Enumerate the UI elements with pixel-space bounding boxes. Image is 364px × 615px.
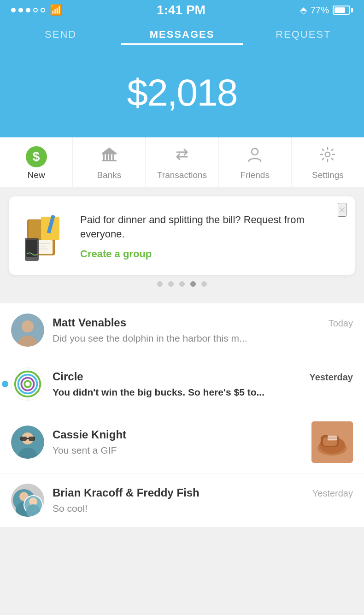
message-preview-circle: You didn't win the big bucks. So here's … <box>53 387 353 398</box>
message-name-matt: Matt Venables <box>53 316 126 329</box>
messages-list: Matt Venables Today Did you see the dolp… <box>0 303 364 527</box>
bluetooth-icon: ⬘ <box>300 5 307 16</box>
nav-item-settings[interactable]: Settings <box>292 137 364 187</box>
svg-rect-1 <box>103 154 105 160</box>
dot-2[interactable] <box>168 281 174 287</box>
thumb-image-cassie <box>311 421 353 463</box>
balance-amount: $2,018 <box>9 71 355 114</box>
signal-dot-2 <box>18 8 23 12</box>
message-preview-cassie: You sent a GIF <box>53 445 303 456</box>
svg-point-23 <box>12 368 44 400</box>
message-body-matt: Matt Venables Today Did you see the dolp… <box>53 316 353 344</box>
friends-icon <box>246 146 264 167</box>
carousel-dots <box>9 275 355 290</box>
message-preview-brian: So cool! <box>53 503 353 514</box>
message-body-cassie: Cassie Knight You sent a GIF <box>53 428 303 456</box>
status-left: 📶 <box>11 4 62 16</box>
nav-label-friends: Friends <box>241 170 270 180</box>
message-preview-matt: Did you see the dolphin in the harbor th… <box>53 333 353 344</box>
nav-label-new: New <box>28 170 45 180</box>
avatar-brian <box>11 484 44 517</box>
promo-wrapper: × <box>0 196 364 299</box>
status-time: 1:41 PM <box>157 3 205 18</box>
messages-tab[interactable]: MESSAGES <box>121 24 242 45</box>
promo-card: × <box>9 196 355 275</box>
svg-rect-5 <box>102 160 117 161</box>
promo-close-button[interactable]: × <box>338 203 346 217</box>
message-item-circle[interactable]: Circle Yesterday You didn't win the big … <box>0 357 364 411</box>
svg-point-7 <box>252 148 258 155</box>
signal-dot-4 <box>33 8 38 12</box>
main-content: × <box>0 187 364 537</box>
message-body-circle: Circle Yesterday You didn't win the big … <box>53 370 353 398</box>
message-name-circle: Circle <box>53 370 83 383</box>
wifi-icon: 📶 <box>50 4 62 16</box>
avatar-wrap-cassie <box>11 426 44 459</box>
avatar-matt <box>11 313 44 347</box>
send-tab[interactable]: SEND <box>0 24 121 45</box>
nav-label-banks: Banks <box>97 170 121 180</box>
battery-percent: 77% <box>311 5 329 16</box>
create-group-link[interactable]: Create a group <box>80 248 344 260</box>
status-right: ⬘ 77% <box>300 5 353 16</box>
dot-3[interactable] <box>179 281 185 287</box>
svg-rect-2 <box>106 154 108 160</box>
message-body-brian: Brian Kracoff & Freddy Fish Yesterday So… <box>53 486 353 514</box>
unread-dot-circle <box>2 381 8 387</box>
message-name-cassie: Cassie Knight <box>53 428 126 441</box>
nav-label-transactions: Transactions <box>157 170 207 180</box>
message-top-brian: Brian Kracoff & Freddy Fish Yesterday <box>53 486 353 499</box>
signal-dot-3 <box>26 8 30 12</box>
message-item-matt[interactable]: Matt Venables Today Did you see the dolp… <box>0 303 364 357</box>
nav-label-settings: Settings <box>312 170 344 180</box>
svg-rect-31 <box>20 437 27 441</box>
battery-icon <box>333 6 353 15</box>
message-item-brian[interactable]: Brian Kracoff & Freddy Fish Yesterday So… <box>0 473 364 527</box>
nav-item-friends[interactable]: Friends <box>219 137 292 187</box>
message-time-brian: Yesterday <box>312 488 353 499</box>
message-top-matt: Matt Venables Today <box>53 316 353 329</box>
dot-1[interactable] <box>157 281 163 287</box>
nav-item-new[interactable]: $ New <box>0 137 73 187</box>
avatar-wrap-brian <box>11 484 44 517</box>
request-tab[interactable]: REQUEST <box>243 24 364 45</box>
svg-point-8 <box>325 152 330 157</box>
top-navigation: SEND MESSAGES REQUEST <box>0 20 364 53</box>
signal-dot-5 <box>41 8 45 12</box>
message-time-matt: Today <box>329 318 353 329</box>
settings-icon <box>319 146 336 167</box>
promo-title: Paid for dinner and splitting the bill? … <box>80 213 344 242</box>
message-name-brian: Brian Kracoff & Freddy Fish <box>53 486 200 499</box>
message-top-cassie: Cassie Knight <box>53 428 303 441</box>
svg-marker-6 <box>102 148 117 153</box>
nav-item-transactions[interactable]: Transactions <box>146 137 218 187</box>
message-time-circle: Yesterday <box>309 372 353 383</box>
svg-rect-3 <box>109 154 111 160</box>
status-bar: 📶 1:41 PM ⬘ 77% <box>0 0 364 20</box>
message-top-circle: Circle Yesterday <box>53 370 353 383</box>
svg-point-21 <box>22 320 34 332</box>
svg-rect-32 <box>29 437 35 441</box>
svg-rect-19 <box>26 240 37 257</box>
avatar-circle <box>11 367 44 401</box>
svg-rect-4 <box>112 154 114 160</box>
promo-text: Paid for dinner and splitting the bill? … <box>80 210 344 260</box>
dot-4[interactable] <box>190 281 196 287</box>
avatar-cassie <box>11 426 44 459</box>
transactions-icon <box>173 146 191 167</box>
promo-image <box>20 210 71 261</box>
nav-item-banks[interactable]: Banks <box>73 137 146 187</box>
bottom-navigation: $ New Banks Transactions <box>0 137 364 187</box>
avatar-wrap-circle <box>11 367 44 401</box>
avatar-wrap-matt <box>11 313 44 347</box>
signal-dot-1 <box>11 8 16 12</box>
dot-5[interactable] <box>201 281 207 287</box>
message-thumb-cassie <box>311 421 353 463</box>
message-item-cassie[interactable]: Cassie Knight You sent a GIF <box>0 411 364 473</box>
svg-rect-0 <box>102 153 117 154</box>
banks-icon <box>100 146 118 167</box>
dollar-icon: $ <box>26 146 47 167</box>
balance-section: $2,018 <box>0 53 364 137</box>
